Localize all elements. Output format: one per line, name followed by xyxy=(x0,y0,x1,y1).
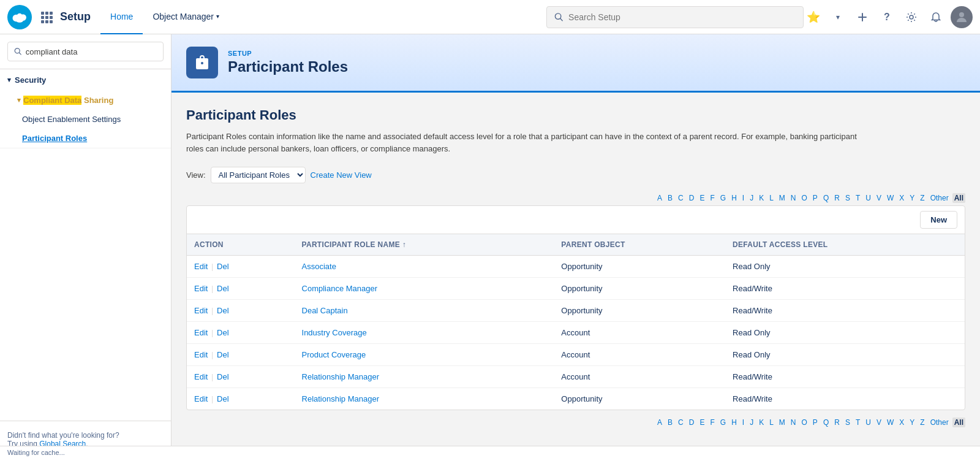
settings-icon[interactable] xyxy=(902,7,921,27)
page-header-setup-label: SETUP xyxy=(228,50,348,57)
alpha-l[interactable]: L xyxy=(767,193,775,203)
alpha-bottom-z[interactable]: Z xyxy=(918,418,926,427)
alpha-o[interactable]: O xyxy=(800,193,809,203)
role-name-link-2[interactable]: Deal Captain xyxy=(302,306,348,315)
alpha-bottom-l[interactable]: L xyxy=(767,418,775,427)
alpha-bottom-m[interactable]: M xyxy=(777,418,787,427)
edit-link-3[interactable]: Edit xyxy=(194,328,208,337)
alpha-bottom-d[interactable]: D xyxy=(687,418,696,427)
edit-link-0[interactable]: Edit xyxy=(194,262,208,271)
alpha-bottom-e[interactable]: E xyxy=(698,418,706,427)
notifications-icon[interactable] xyxy=(926,7,946,27)
edit-link-6[interactable]: Edit xyxy=(194,394,208,403)
role-name-link-4[interactable]: Product Coverage xyxy=(302,350,366,359)
alpha-c[interactable]: C xyxy=(676,193,685,203)
alpha-bottom-o[interactable]: O xyxy=(800,418,809,427)
alpha-w[interactable]: W xyxy=(885,193,895,203)
alpha-k[interactable]: K xyxy=(757,193,766,203)
alpha-bottom-a[interactable]: A xyxy=(655,418,664,427)
alpha-u[interactable]: U xyxy=(864,193,873,203)
sidebar-search-field[interactable] xyxy=(7,42,164,61)
alpha-bottom-other[interactable]: Other xyxy=(929,418,951,427)
alpha-j[interactable]: J xyxy=(748,193,755,203)
new-button[interactable]: New xyxy=(920,211,957,229)
help-icon[interactable]: ? xyxy=(877,7,897,27)
role-name-link-1[interactable]: Compliance Manager xyxy=(302,284,378,293)
sidebar-search-input[interactable] xyxy=(26,47,157,56)
alpha-f[interactable]: F xyxy=(708,193,716,203)
alpha-bottom-r[interactable]: R xyxy=(832,418,842,427)
alpha-all[interactable]: All xyxy=(952,193,965,203)
global-search-input[interactable] xyxy=(568,12,796,22)
compliant-data-sharing-header[interactable]: ▾ Compliant Data Sharing xyxy=(5,91,171,110)
del-link-0[interactable]: Del xyxy=(217,262,229,271)
alpha-i[interactable]: I xyxy=(741,193,746,203)
alpha-bottom-h[interactable]: H xyxy=(729,418,739,427)
alpha-bottom-n[interactable]: N xyxy=(789,418,798,427)
alpha-bottom-p[interactable]: P xyxy=(811,418,820,427)
del-link-2[interactable]: Del xyxy=(217,306,229,315)
apps-grid-icon[interactable] xyxy=(38,9,55,26)
del-link-4[interactable]: Del xyxy=(217,350,229,359)
alpha-bottom-all[interactable]: All xyxy=(952,418,965,427)
alpha-x[interactable]: X xyxy=(897,193,906,203)
alpha-other[interactable]: Other xyxy=(929,193,951,203)
alpha-b[interactable]: B xyxy=(666,193,674,203)
alpha-g[interactable]: G xyxy=(718,193,728,203)
alpha-bottom-j[interactable]: J xyxy=(748,418,755,427)
role-name-link-3[interactable]: Industry Coverage xyxy=(302,328,367,337)
sidebar-section-security-header[interactable]: ▾ Security xyxy=(0,69,171,91)
user-avatar[interactable] xyxy=(951,6,973,28)
alpha-bottom-t[interactable]: T xyxy=(854,418,862,427)
role-name-link-5[interactable]: Relationship Manager xyxy=(302,372,379,381)
tab-object-manager[interactable]: Object Manager ▾ xyxy=(143,0,229,34)
sidebar-item-object-enablement-settings[interactable]: Object Enablement Settings xyxy=(5,110,171,129)
favorites-icon[interactable]: ⭐ xyxy=(804,7,823,27)
alpha-q[interactable]: Q xyxy=(821,193,831,203)
edit-link-2[interactable]: Edit xyxy=(194,306,208,315)
tab-home[interactable]: Home xyxy=(100,0,143,34)
alpha-bottom-q[interactable]: Q xyxy=(821,418,831,427)
alpha-bottom-x[interactable]: X xyxy=(897,418,906,427)
alpha-bottom-i[interactable]: I xyxy=(741,418,746,427)
alpha-p[interactable]: P xyxy=(811,193,820,203)
salesforce-logo[interactable] xyxy=(7,5,32,29)
del-link-6[interactable]: Del xyxy=(217,394,229,403)
del-link-1[interactable]: Del xyxy=(217,284,229,293)
alpha-r[interactable]: R xyxy=(832,193,842,203)
alpha-a[interactable]: A xyxy=(655,193,664,203)
alpha-bottom-k[interactable]: K xyxy=(757,418,766,427)
alpha-v[interactable]: V xyxy=(875,193,883,203)
del-link-5[interactable]: Del xyxy=(217,372,229,381)
create-new-view-link[interactable]: Create New View xyxy=(311,170,372,180)
alpha-z[interactable]: Z xyxy=(918,193,926,203)
alpha-y[interactable]: Y xyxy=(908,193,916,203)
alpha-bottom-f[interactable]: F xyxy=(708,418,716,427)
edit-link-5[interactable]: Edit xyxy=(194,372,208,381)
alpha-m[interactable]: M xyxy=(777,193,787,203)
view-select[interactable]: All Participant Roles xyxy=(211,167,306,183)
add-icon[interactable] xyxy=(853,7,872,27)
alpha-bottom-u[interactable]: U xyxy=(864,418,873,427)
alpha-bottom-s[interactable]: S xyxy=(843,418,852,427)
alpha-bottom-w[interactable]: W xyxy=(885,418,895,427)
edit-link-4[interactable]: Edit xyxy=(194,350,208,359)
alpha-bottom-v[interactable]: V xyxy=(875,418,883,427)
alpha-h[interactable]: H xyxy=(729,193,739,203)
alpha-bottom-c[interactable]: C xyxy=(676,418,685,427)
favorites-dropdown-icon[interactable]: ▾ xyxy=(828,7,848,27)
alpha-e[interactable]: E xyxy=(698,193,706,203)
role-name-link-6[interactable]: Relationship Manager xyxy=(302,394,379,403)
alpha-n[interactable]: N xyxy=(789,193,798,203)
alpha-s[interactable]: S xyxy=(843,193,852,203)
content-area: SETUP Participant Roles Participant Role… xyxy=(172,34,980,458)
alpha-bottom-y[interactable]: Y xyxy=(908,418,916,427)
sidebar-item-participant-roles[interactable]: Participant Roles xyxy=(5,129,171,148)
del-link-3[interactable]: Del xyxy=(217,328,229,337)
alpha-bottom-g[interactable]: G xyxy=(718,418,728,427)
alpha-t[interactable]: T xyxy=(854,193,862,203)
alpha-bottom-b[interactable]: B xyxy=(666,418,674,427)
role-name-link-0[interactable]: Associate xyxy=(302,262,336,271)
edit-link-1[interactable]: Edit xyxy=(194,284,208,293)
alpha-d[interactable]: D xyxy=(687,193,696,203)
